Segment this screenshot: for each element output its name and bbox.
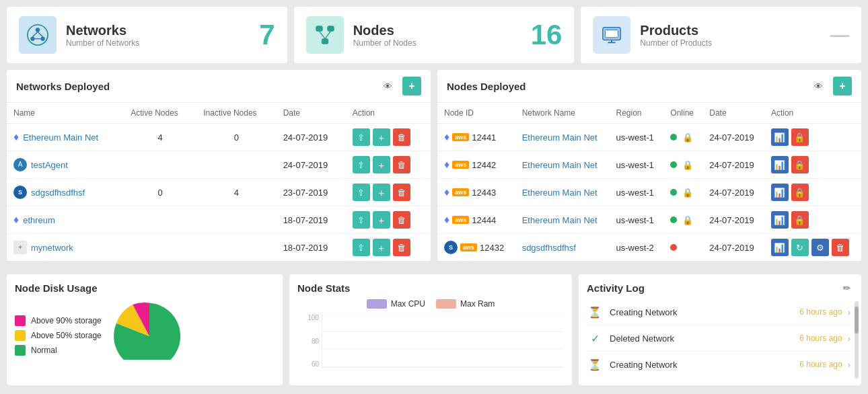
legend-pink: Above 90% storage — [15, 315, 102, 326]
activity-log-edit-icon[interactable]: ✏ — [843, 283, 851, 293]
chart-button[interactable]: 📊 — [771, 156, 789, 173]
networks-eye-button[interactable]: 👁 — [378, 77, 397, 95]
add-button[interactable]: + — [373, 128, 390, 146]
aws-badge: aws — [452, 188, 469, 196]
activity-status-icon: ⏳ — [587, 356, 603, 372]
share-button[interactable]: ⇧ — [353, 128, 370, 146]
activity-status-icon: ⏳ — [587, 304, 603, 320]
networks-panel-header: Networks Deployed 👁 + — [7, 70, 431, 103]
share-button[interactable]: ⇧ — [353, 184, 370, 201]
ram-legend-box — [436, 299, 456, 309]
svg-rect-8 — [327, 26, 333, 32]
col-date: Date — [277, 103, 346, 124]
col-date: Date — [702, 103, 764, 124]
node-network-link[interactable]: sdgsdfhsdfhsf — [522, 243, 576, 253]
add-button[interactable]: + — [373, 156, 390, 173]
share-button[interactable]: ⇧ — [353, 211, 370, 229]
chart-button[interactable]: 📊 — [771, 128, 789, 146]
activity-item[interactable]: ✓ Deleted Network 6 hours ago › — [587, 325, 851, 352]
svg-point-2 — [31, 37, 35, 41]
date-cell: 18-07-2019 — [277, 234, 346, 262]
network-name-link[interactable]: ethreum — [23, 215, 55, 225]
lock-button[interactable]: 🔒 — [791, 184, 809, 201]
add-button[interactable]: + — [373, 239, 390, 256]
node-network-link[interactable]: Ethereum Main Net — [522, 132, 598, 143]
date-cell: 18-07-2019 — [277, 206, 346, 234]
table-row: ♦ aws 12441 Ethereum Main Net us-west-1 … — [437, 124, 861, 151]
network-name-link[interactable]: sdgsdfhsdfhsf — [31, 188, 85, 198]
delete-button[interactable]: 🗑 — [393, 184, 410, 201]
chart-button[interactable]: 📊 — [771, 239, 789, 256]
refresh-button[interactable]: ↻ — [791, 239, 809, 256]
networks-label: Networks — [66, 23, 250, 38]
delete-button[interactable]: 🗑 — [393, 239, 410, 256]
node-id: 12441 — [472, 132, 496, 143]
chart-button[interactable]: 📊 — [771, 211, 789, 229]
inactive-nodes-cell — [196, 234, 276, 262]
aws-badge: aws — [452, 133, 469, 141]
lock-icon: 🔒 — [682, 215, 693, 225]
action-cell: 📊 🔒 — [764, 179, 861, 206]
delete-button[interactable]: 🗑 — [832, 239, 849, 256]
add-button[interactable]: + — [373, 184, 390, 201]
activity-item[interactable]: ⏳ Creating Network 6 hours ago › — [587, 299, 851, 325]
network-name-link[interactable]: Ethereum Main Net — [23, 132, 98, 143]
node-network-link[interactable]: Ethereum Main Net — [522, 188, 598, 198]
chart-button[interactable]: 📊 — [771, 184, 789, 201]
networks-add-button[interactable]: + — [402, 77, 421, 95]
col-region: Region — [609, 103, 663, 124]
active-nodes-cell — [124, 234, 196, 262]
node-id-cell: ♦ aws 12443 — [437, 179, 515, 206]
lock-button[interactable]: 🔒 — [791, 211, 809, 229]
delete-button[interactable]: 🗑 — [393, 211, 410, 229]
nodes-eye-button[interactable]: 👁 — [809, 77, 828, 95]
node-network-link[interactable]: Ethereum Main Net — [522, 215, 598, 225]
lock-button[interactable]: 🔒 — [791, 156, 809, 173]
nodes-add-button[interactable]: + — [833, 77, 852, 95]
network-name-cell: Ethereum Main Net — [515, 179, 610, 206]
yaxis-100: 100 — [297, 314, 319, 321]
activity-time: 6 hours ago — [799, 307, 842, 317]
delete-button[interactable]: 🗑 — [393, 156, 410, 173]
online-cell: 🔒 — [663, 206, 702, 234]
node-network-link[interactable]: Ethereum Main Net — [522, 160, 598, 170]
activity-item[interactable]: ⏳ Creating Network 6 hours ago › — [587, 352, 851, 377]
activity-log-title: Activity Log — [587, 282, 645, 294]
action-cell: ⇧ + 🗑 — [346, 179, 431, 206]
chart-yaxis: 100 80 60 — [297, 314, 322, 368]
network-name-cell: Ethereum Main Net — [515, 151, 610, 179]
networks-icon-box — [19, 16, 57, 54]
cpu-legend-label: Max CPU — [391, 299, 425, 309]
scrollbar[interactable] — [855, 301, 859, 379]
date-cell: 24-07-2019 — [277, 124, 346, 151]
networks-deployed-panel: Networks Deployed 👁 + Name Active Nodes … — [7, 70, 431, 261]
aws-badge: aws — [460, 243, 477, 251]
table-row: S aws 12432 sdgsdfhsdfhsf us-west-2 24-0… — [437, 234, 861, 262]
settings-button[interactable]: ⚙ — [811, 239, 829, 256]
legend-dot-pink — [15, 315, 26, 326]
lock-icon: 🔒 — [682, 160, 693, 170]
activity-chevron-icon: › — [848, 360, 851, 370]
online-cell: 🔒 — [663, 151, 702, 179]
legend-green: Normal — [15, 345, 102, 356]
action-cell: 📊 🔒 — [764, 151, 861, 179]
lock-icon: 🔒 — [682, 132, 693, 143]
online-indicator — [670, 134, 677, 141]
online-cell: 🔒 — [663, 124, 702, 151]
svg-line-10 — [319, 31, 325, 38]
active-nodes-cell: 4 — [124, 124, 196, 151]
share-button[interactable]: ⇧ — [353, 239, 370, 256]
lock-button[interactable]: 🔒 — [791, 128, 809, 146]
node-id: 12443 — [472, 188, 496, 198]
delete-button[interactable]: 🗑 — [393, 128, 410, 146]
network-name-cell: Ethereum Main Net — [515, 124, 610, 151]
bottom-section: Node Disk Usage Above 90% storage Above … — [0, 274, 868, 392]
network-name-link[interactable]: mynetwork — [31, 243, 73, 253]
svg-rect-9 — [322, 39, 328, 44]
activity-text: Deleted Network — [610, 333, 799, 344]
network-name-link[interactable]: testAgent — [31, 160, 68, 170]
action-cell: ⇧ + 🗑 — [346, 151, 431, 179]
share-button[interactable]: ⇧ — [353, 156, 370, 173]
net-name-cell: S sdgsdfhsdfhsf — [7, 179, 124, 206]
add-button[interactable]: + — [373, 211, 390, 229]
